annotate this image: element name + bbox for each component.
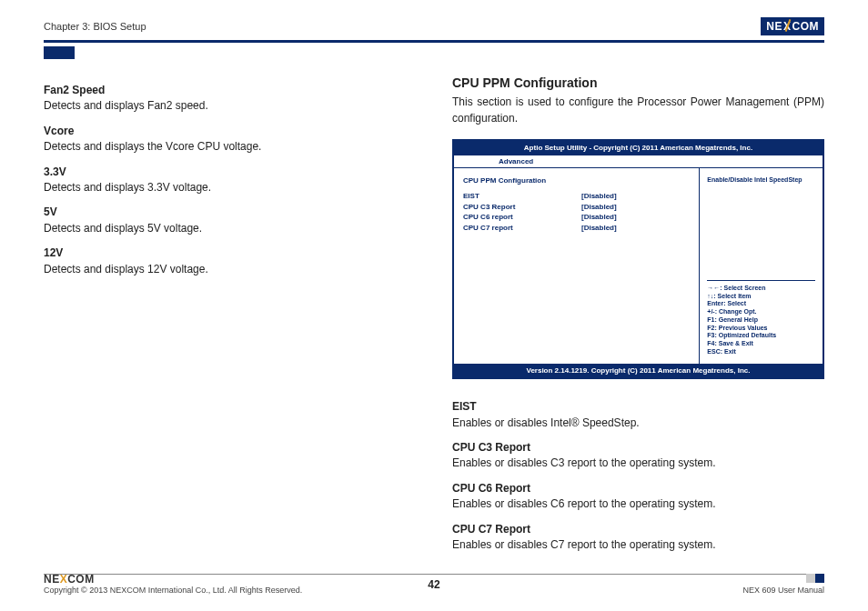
bios-val: [Disabled] [581,223,617,234]
bios-val: [Disabled] [581,202,617,213]
bios-key-line: ESC: Exit [707,348,815,356]
desc-12v: Detects and displays 12V voltage. [44,262,416,277]
brand-logo-top: NEXCOM [761,17,824,35]
logo-part-2: COM [792,20,820,33]
copyright-text: Copyright © 2013 NEXCOM International Co… [44,586,302,595]
logo-part-1: NE [44,573,60,586]
logo-part-x: X [782,20,792,33]
desc-vcore: Detects and displays the Vcore CPU volta… [44,139,416,155]
bios-key-line: Enter: Select [707,300,815,308]
bios-right-pane: Enable/Disable Intel SpeedStep →←: Selec… [700,168,823,364]
desc-c3: Enables or disables C3 report to the ope… [452,456,824,471]
desc-fan2: Detects and displays Fan2 speed. [44,98,416,114]
desc-ppm: This section is used to configure the Pr… [452,95,824,126]
bios-row-c3: CPU C3 Report [Disabled] [463,202,690,213]
desc-3v3: Detects and displays 3.3V voltage. [44,180,416,195]
bios-row-c7: CPU C7 report [Disabled] [463,223,690,234]
bios-key: EIST [463,191,581,202]
heading-5v: 5V [44,205,416,220]
square-icon [815,574,824,583]
heading-vcore: Vcore [44,124,416,139]
bios-key-legend: →←: Select Screen ↑↓: Select Item Enter:… [707,280,815,356]
page-header: Chapter 3: BIOS Setup NEXCOM [44,16,824,36]
bios-key: CPU C7 report [463,223,581,234]
logo-part-1: NE [766,20,782,33]
bios-tab-advanced: Advanced [490,155,541,167]
spacer [452,379,824,390]
bios-body: CPU PPM Configuration EIST [Disabled] CP… [454,168,823,364]
bios-key-line: F2: Previous Values [707,325,815,333]
heading-c7: CPU C7 Report [452,522,824,537]
bios-help-text: Enable/Disable Intel SpeedStep [707,175,815,185]
bios-val: [Disabled] [581,212,617,223]
heading-12v: 12V [44,245,416,261]
bios-key-line: +/-: Change Opt. [707,308,815,316]
bios-key-line: F4: Save & Exit [707,340,815,348]
header-rule [44,40,824,43]
bios-row-eist: EIST [Disabled] [463,191,690,202]
bios-footer: Version 2.14.1219. Copyright (C) 2011 Am… [454,364,823,378]
bios-row-c6: CPU C6 report [Disabled] [463,212,690,223]
bios-key: CPU C6 report [463,212,581,223]
bios-panel: Aptio Setup Utility - Copyright (C) 2011… [452,139,824,379]
page-root: Chapter 3: BIOS Setup NEXCOM Fan2 Speed … [0,0,868,611]
desc-c6: Enables or disables C6 report to the ope… [452,496,824,512]
logo-part-2: COM [67,573,95,586]
square-icon [806,574,815,583]
brand-logo-bottom: NEXCOM [44,573,302,586]
content-columns: Fan2 Speed Detects and displays Fan2 spe… [44,74,824,562]
bios-key-line: ↑↓: Select Item [707,293,815,301]
brand-logo-badge: NEXCOM [761,17,824,35]
heading-c3: CPU C3 Report [452,440,824,456]
heading-fan2: Fan2 Speed [44,83,416,98]
chapter-label: Chapter 3: BIOS Setup [44,21,146,32]
left-column: Fan2 Speed Detects and displays Fan2 spe… [44,74,416,562]
bios-key-line: F1: General Help [707,316,815,325]
heading-eist: EIST [452,399,824,415]
bios-title-bar: Aptio Setup Utility - Copyright (C) 2011… [454,141,823,155]
heading-3v3: 3.3V [44,165,416,180]
desc-c7: Enables or disables C7 report to the ope… [452,537,824,553]
logo-part-x: X [60,573,68,586]
manual-label: NEX 609 User Manual [742,586,824,595]
bios-key-line: F3: Optimized Defaults [707,332,815,340]
heading-c6: CPU C6 Report [452,481,824,496]
footer-right: NEX 609 User Manual [742,574,824,595]
bios-key-line: →←: Select Screen [707,285,815,293]
bios-tab-row: Advanced [454,155,823,168]
bios-key: CPU C3 Report [463,202,581,213]
heading-ppm: CPU PPM Configuration [452,74,824,92]
page-footer: NEXCOM Copyright © 2013 NEXCOM Internati… [44,573,824,595]
desc-eist: Enables or disables Intel® SpeedStep. [452,416,824,431]
footer-left: NEXCOM Copyright © 2013 NEXCOM Internati… [44,573,302,595]
tab-stub [44,46,75,59]
right-column: CPU PPM Configuration This section is us… [452,74,824,562]
bios-val: [Disabled] [581,191,617,202]
footer-squares-icon [806,574,824,583]
bios-section-title: CPU PPM Configuration [463,175,690,186]
bios-left-pane: CPU PPM Configuration EIST [Disabled] CP… [454,168,700,364]
desc-5v: Detects and displays 5V voltage. [44,221,416,236]
